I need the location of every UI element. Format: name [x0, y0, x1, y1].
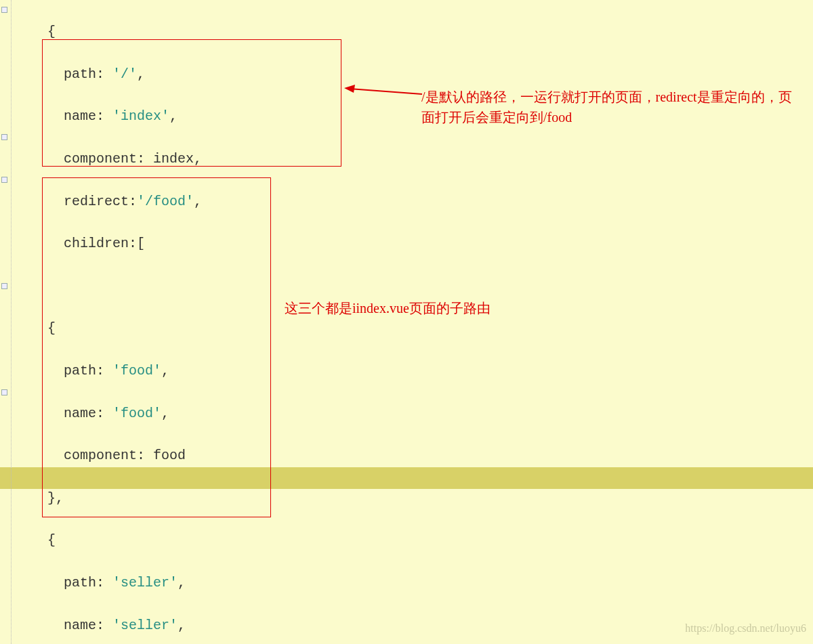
fold-gutter	[0, 0, 7, 644]
code-text: ,	[178, 575, 186, 591]
code-text: name:	[15, 618, 112, 633]
code-text: {	[15, 24, 56, 39]
string-literal: 'seller'	[112, 575, 178, 591]
annotation-box-bottom	[42, 177, 271, 517]
fold-marker[interactable]	[1, 134, 7, 140]
watermark: https://blog.csdn.net/luoyu6	[685, 618, 806, 639]
vertical-rule	[11, 0, 12, 644]
fold-marker[interactable]	[1, 283, 7, 289]
fold-marker[interactable]	[1, 7, 7, 13]
code-text: ,	[178, 618, 186, 633]
code-text: {	[15, 532, 56, 548]
annotation-text-top: /是默认的路径，一运行就打开的页面，redirect是重定向的，页面打开后会重定…	[421, 87, 801, 127]
svg-marker-1	[344, 85, 355, 93]
annotation-box-top	[42, 39, 341, 167]
fold-marker[interactable]	[1, 389, 7, 395]
arrow-icon	[344, 85, 422, 95]
code-text: path:	[15, 575, 112, 591]
string-literal: 'seller'	[112, 618, 178, 633]
svg-line-0	[350, 89, 422, 94]
fold-marker[interactable]	[1, 177, 7, 183]
annotation-text-bottom: 这三个都是iindex.vue页面的子路由	[285, 298, 491, 318]
